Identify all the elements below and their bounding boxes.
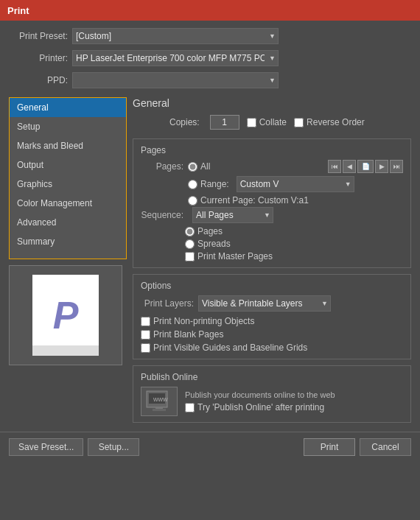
print-button[interactable]: Print: [304, 438, 355, 456]
setup-button[interactable]: Setup...: [88, 438, 139, 456]
print-blank-pages-label[interactable]: Print Blank Pages: [141, 329, 403, 340]
pages-radio-label[interactable]: Pages: [185, 226, 403, 236]
preview-letter: P: [53, 293, 79, 337]
ppd-row: PPD:: [9, 72, 411, 88]
collate-label: Collate: [259, 117, 287, 127]
ppd-select-wrapper[interactable]: [72, 72, 279, 88]
print-non-printing-label[interactable]: Print Non-printing Objects: [141, 316, 403, 326]
spreads-radio-label[interactable]: Spreads: [185, 239, 403, 249]
range-row: Range: Custom V: [141, 176, 403, 192]
print-master-pages-label[interactable]: Print Master Pages: [185, 251, 403, 261]
print-visible-guides-checkbox[interactable]: [141, 343, 150, 353]
pages-all-row: Pages: All ⏮ ◀ 📄 ▶ ⏭: [141, 160, 403, 173]
sequence-row: Sequence: All Pages: [141, 207, 403, 223]
print-layers-select[interactable]: Visible & Printable Layers: [198, 295, 331, 312]
range-radio-label[interactable]: Range:: [188, 179, 229, 189]
sidebar-item-general[interactable]: General: [10, 98, 126, 117]
nav-list: General Setup Marks and Bleed Output Gra…: [9, 97, 127, 259]
preset-label: Print Preset:: [9, 31, 68, 41]
print-layers-select-wrapper[interactable]: Visible & Printable Layers: [198, 295, 331, 312]
svg-text:www: www: [153, 396, 168, 403]
sidebar: General Setup Marks and Bleed Output Gra…: [9, 97, 127, 429]
preset-select-wrapper[interactable]: [Custom]: [72, 28, 279, 44]
current-page-radio[interactable]: [188, 196, 197, 205]
sidebar-item-summary[interactable]: Summary: [10, 232, 126, 251]
print-master-pages-text: Print Master Pages: [197, 251, 273, 261]
right-panel: General Copies: Collate Reverse Order Pa…: [133, 97, 411, 429]
footer: Save Preset... Setup... Print Cancel: [0, 432, 420, 462]
print-master-pages-checkbox[interactable]: [185, 252, 195, 261]
svg-rect-2: [153, 409, 166, 411]
current-page-row: Current Page: Custom V:a1: [141, 195, 403, 205]
pages-section-title: Pages: [141, 145, 403, 155]
current-page-radio-label[interactable]: Current Page: Custom V:a1: [188, 195, 309, 205]
nav-prev-btn[interactable]: ◀: [343, 160, 356, 173]
collate-checkbox[interactable]: [247, 118, 256, 127]
cancel-button[interactable]: Cancel: [360, 438, 411, 456]
printer-select-wrapper[interactable]: HP LaserJet Enterprise 700 color MFP M77…: [72, 50, 279, 66]
sidebar-item-graphics[interactable]: Graphics: [10, 175, 126, 194]
publish-svg: www: [145, 390, 173, 413]
preview-inner: P: [32, 275, 99, 356]
spreads-radio[interactable]: [185, 239, 195, 249]
pages-options: Pages Spreads Print Master Pages: [185, 226, 403, 261]
range-select-wrapper[interactable]: Custom V: [237, 176, 354, 192]
nav-first-btn[interactable]: ⏮: [328, 160, 341, 173]
publish-content: www Publish your documents online to the…: [141, 387, 403, 416]
save-preset-button[interactable]: Save Preset...: [9, 438, 83, 456]
general-section-title: General: [133, 97, 411, 109]
spreads-label: Spreads: [197, 239, 231, 249]
preview-bottom-bar: [32, 345, 99, 356]
reverse-order-checkbox[interactable]: [294, 118, 304, 127]
pages-radio[interactable]: [185, 227, 195, 236]
print-blank-pages-text: Print Blank Pages: [153, 329, 223, 340]
pages-section: Pages Pages: All ⏮ ◀ 📄 ▶ ⏭: [133, 138, 411, 268]
preset-select[interactable]: [Custom]: [72, 28, 279, 44]
print-visible-guides-text: Print Visible Guides and Baseline Grids: [153, 342, 307, 353]
publish-text-col: Publish your documents online to the web…: [185, 390, 335, 412]
publish-description: Publish your documents online to the web: [185, 390, 335, 399]
dialog-header: Print Preset: [Custom] Printer: HP Laser…: [0, 21, 420, 97]
print-visible-guides-label[interactable]: Print Visible Guides and Baseline Grids: [141, 342, 403, 353]
nav-next-btn[interactable]: ▶: [375, 160, 388, 173]
sequence-select-wrapper[interactable]: All Pages: [192, 207, 273, 223]
print-layers-label: Print Layers:: [141, 298, 194, 309]
range-radio[interactable]: [188, 180, 197, 189]
title-bar: Print: [0, 0, 420, 21]
reverse-order-checkbox-label[interactable]: Reverse Order: [294, 117, 365, 127]
range-select[interactable]: Custom V: [237, 176, 354, 192]
try-publish-online-label[interactable]: Try 'Publish Online' after printing: [185, 402, 335, 412]
pages-option-label: Pages: [197, 226, 223, 236]
sequence-select[interactable]: All Pages: [192, 207, 273, 223]
sidebar-item-output[interactable]: Output: [10, 155, 126, 175]
printer-row: Printer: HP LaserJet Enterprise 700 colo…: [9, 50, 411, 66]
all-label: All: [200, 161, 210, 172]
publish-online-section: Publish Online www Publish your document…: [133, 365, 411, 423]
ppd-label: PPD:: [9, 75, 68, 85]
sidebar-item-color-management[interactable]: Color Management: [10, 194, 126, 213]
sidebar-item-advanced[interactable]: Advanced: [10, 213, 126, 232]
range-label: Range:: [200, 179, 229, 189]
printer-select[interactable]: HP LaserJet Enterprise 700 color MFP M77…: [72, 50, 279, 66]
all-radio[interactable]: [188, 162, 197, 172]
sidebar-item-setup[interactable]: Setup: [10, 117, 126, 136]
print-non-printing-text: Print Non-printing Objects: [153, 316, 254, 326]
nav-page-btn[interactable]: 📄: [357, 160, 374, 173]
sidebar-item-marks-and-bleed[interactable]: Marks and Bleed: [10, 136, 126, 155]
copies-input[interactable]: [210, 115, 239, 130]
ppd-select[interactable]: [72, 72, 279, 88]
nav-last-btn[interactable]: ⏭: [390, 160, 403, 173]
print-blank-pages-checkbox[interactable]: [141, 330, 150, 340]
try-publish-online-checkbox[interactable]: [185, 403, 195, 412]
options-section-title: Options: [141, 281, 403, 291]
copies-label: Copies:: [169, 117, 200, 127]
print-non-printing-checkbox[interactable]: [141, 317, 150, 326]
nav-controls: ⏮ ◀ 📄 ▶ ⏭: [328, 160, 403, 173]
options-checkboxes: Print Non-printing Objects Print Blank P…: [141, 316, 403, 353]
svg-rect-3: [155, 407, 163, 409]
collate-checkbox-label[interactable]: Collate: [247, 117, 287, 127]
current-page-label: Current Page: Custom V:a1: [200, 195, 309, 205]
all-radio-label[interactable]: All: [188, 161, 210, 172]
copies-row: Copies: Collate Reverse Order: [133, 115, 411, 130]
print-layers-row: Print Layers: Visible & Printable Layers: [141, 295, 403, 312]
